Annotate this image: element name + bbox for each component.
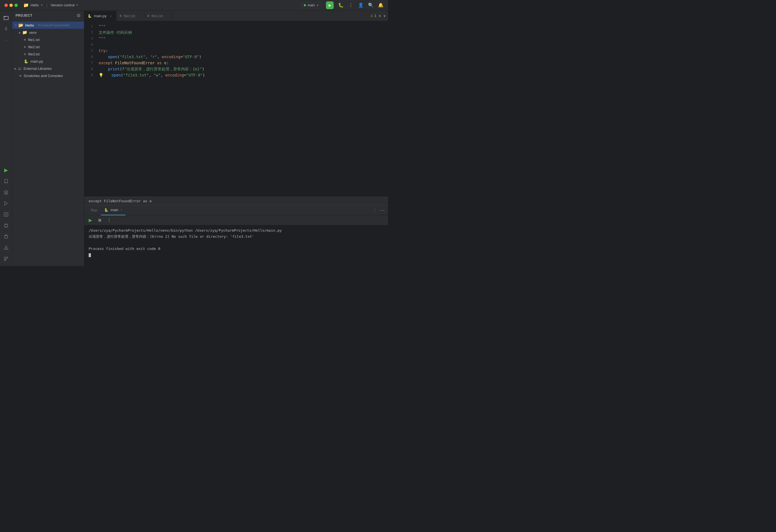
project-label: Hello (30, 3, 39, 7)
titlebar: 📁 Hello ▼ | Version control ▼ main ∨ ▶ 🐛… (0, 0, 388, 11)
run-button[interactable]: ▶ (326, 1, 334, 9)
account-icon[interactable]: 👤 (358, 2, 364, 8)
branch-name: main (308, 3, 315, 7)
activity-tasks-icon[interactable] (1, 210, 11, 220)
activity-warning-icon[interactable] (1, 243, 11, 253)
sidebar: Project ⚙ ▼ 📂 Hello ~/PycharmProjects/He… (12, 11, 84, 266)
tree-item-hello[interactable]: ▼ 📂 Hello ~/PycharmProjects/Hello (12, 22, 84, 29)
tab-close-button[interactable]: × (109, 14, 113, 18)
panel-tab-close-icon[interactable]: × (121, 208, 122, 211)
console-cursor (89, 253, 91, 257)
tree-item-file1txt[interactable]: ≡ file1.txt (12, 36, 84, 43)
project-arrow-icon: ▼ (40, 4, 43, 7)
svg-rect-6 (4, 213, 8, 216)
console-line-3 (89, 240, 384, 246)
txt-file-tab-icon: ≡ (120, 14, 122, 18)
activity-delete-icon[interactable] (1, 232, 11, 242)
activity-bar: ··· ▶ (0, 11, 12, 266)
activity-folder-icon[interactable] (1, 13, 11, 23)
sidebar-title: Project (15, 14, 32, 17)
activity-bookmark-icon[interactable] (1, 176, 11, 186)
fold-up-icon[interactable]: ∧ (379, 14, 381, 18)
hint-bulb-icon[interactable]: 💡 (99, 72, 104, 78)
library-icon: 🗂 (18, 66, 21, 71)
tab-file2txt[interactable]: ≡ file2.txt (117, 11, 144, 21)
editor-area: 🐍 main.py × ≡ file2.txt ≡ file1.txt ⚠ 1 … (84, 11, 388, 266)
activity-commit-icon[interactable] (1, 24, 11, 34)
tree-item-path: ~/PycharmProjects/Hello (36, 24, 70, 27)
sidebar-settings-icon[interactable]: ⚙ (76, 13, 81, 18)
panel-stop-tool-button[interactable] (96, 216, 104, 224)
panel-run-tool-button[interactable]: ▶ (86, 216, 94, 224)
tree-item-ext-libs[interactable]: ▶ 🗂 External Libraries (12, 65, 84, 72)
tab-mainpy[interactable]: 🐍 main.py × (84, 11, 117, 21)
txt-file-tab-icon: ≡ (148, 14, 149, 18)
search-icon[interactable]: 🔍 (368, 2, 374, 8)
svg-point-15 (7, 257, 8, 258)
branch-arrow-icon: ∨ (317, 4, 319, 7)
version-control-menu[interactable]: Version control ▼ (51, 3, 78, 7)
project-menu[interactable]: 📁 Hello ▼ (23, 2, 43, 8)
panel-tab-py-icon: 🐍 (104, 208, 109, 212)
tree-item-file3txt[interactable]: ≡ file3.txt (12, 50, 84, 58)
chevron-right-icon: ▶ (19, 31, 21, 34)
warning-indicator[interactable]: ⚠ 1 (370, 14, 376, 18)
tab-label: file2.txt (124, 14, 135, 18)
activity-play2-icon[interactable] (1, 198, 11, 208)
titlebar-right: main ∨ ▶ 🐛 ⋮ 👤 🔍 🔔 (301, 1, 384, 9)
tab-bar: 🐍 main.py × ≡ file2.txt ≡ file1.txt ⚠ 1 … (84, 11, 388, 21)
chevron-down-icon: ▼ (14, 24, 17, 27)
chevron-right-icon: ▶ (14, 67, 17, 70)
console-line-1: /Users/zyq/PycharmProjects/Hello/venv/bi… (89, 228, 384, 234)
close-button[interactable] (4, 4, 8, 7)
tree-item-mainpy[interactable]: 🐍 main.py (12, 58, 84, 65)
panel-tab-run-label: Run (91, 208, 98, 212)
more-options-icon[interactable]: ⋮ (348, 2, 354, 8)
editor-tooltip: except FileNotFoundError as e (84, 197, 388, 205)
panel-toolbar: ▶ ⋮ (84, 215, 388, 225)
line-numbers: 1 2 3 4 5 6 7 8 9 (84, 21, 96, 197)
editor-content[interactable]: 1 2 3 4 5 6 7 8 9 """ 文件操作 代码示例 """ try:… (84, 21, 388, 197)
activity-layers-icon[interactable] (1, 187, 11, 197)
activity-print-icon[interactable] (1, 221, 11, 231)
branch-status-dot (304, 4, 306, 6)
panel-tab-run[interactable]: Run (87, 205, 101, 215)
minimize-button[interactable] (9, 4, 13, 7)
panel-console-output: /Users/zyq/PycharmProjects/Hello/venv/bi… (84, 225, 388, 266)
tree-item-venv[interactable]: ▶ 📁 venv (12, 29, 84, 36)
code-line-1: """ (99, 23, 388, 29)
panel-more-icon[interactable]: ⋮ (373, 208, 377, 213)
code-line-8: print(f"出现异常，进行异常处理，异常内容：{e}") (99, 66, 388, 72)
debug-icon[interactable]: 🐛 (338, 2, 344, 8)
warning-icon: ⚠ (370, 14, 373, 18)
tab-file1txt[interactable]: ≡ file1.txt (144, 11, 172, 21)
notifications-icon[interactable]: 🔔 (378, 2, 384, 8)
tree-item-label: main.py (30, 59, 43, 63)
code-line-4 (99, 42, 388, 48)
panel-tab-main[interactable]: 🐍 main × (101, 205, 126, 215)
python-file-icon: 🐍 (24, 59, 28, 63)
code-line-5: try: (99, 48, 388, 54)
panel-more-tool-button[interactable]: ⋮ (105, 216, 113, 224)
activity-run-icon[interactable]: ▶ (1, 165, 11, 175)
maximize-button[interactable] (14, 4, 18, 7)
activity-more-icon[interactable]: ··· (1, 35, 11, 45)
tree-item-scratches[interactable]: ≡ Scratches and Consoles (12, 72, 84, 79)
scratches-icon: ≡ (19, 74, 22, 78)
tree-item-label: Scratches and Consoles (24, 74, 63, 78)
code-line-9: 💡 open("file3.txt", "w", encoding="UTF-8… (99, 72, 388, 78)
bottom-panel: Run 🐍 main × ⋮ — ▶ ⋮ (84, 205, 388, 266)
sidebar-header: Project ⚙ (12, 11, 84, 20)
file-icon: ≡ (24, 45, 26, 49)
svg-rect-10 (5, 236, 7, 238)
tree-item-file2txt[interactable]: ≡ file2.txt (12, 43, 84, 50)
folder-icon: 📁 (22, 30, 27, 35)
console-line-2: 出现异常，进行异常处理，异常内容：[Errno 2] No such file … (89, 234, 384, 240)
branch-selector[interactable]: main ∨ (301, 2, 322, 8)
activity-branch-icon[interactable] (1, 254, 11, 264)
file-icon: ≡ (24, 38, 26, 42)
panel-minimize-icon[interactable]: — (380, 208, 385, 213)
code-editor[interactable]: """ 文件操作 代码示例 """ try: open("file3.txt",… (96, 21, 388, 197)
tree-item-label: External Libraries (24, 66, 51, 71)
fold-down-icon[interactable]: ∨ (383, 14, 386, 18)
